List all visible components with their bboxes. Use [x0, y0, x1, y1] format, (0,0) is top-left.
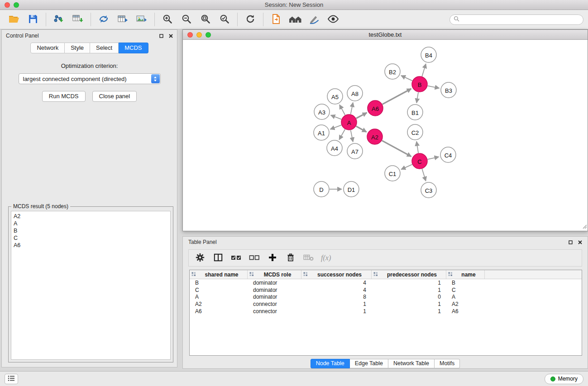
- network-minimize-button[interactable]: [196, 32, 202, 38]
- graph-node-D[interactable]: D: [314, 181, 329, 197]
- graph-edge-C-C4[interactable]: [428, 157, 439, 160]
- tab-style[interactable]: Style: [65, 43, 90, 53]
- save-session-button[interactable]: [24, 11, 43, 28]
- graph-node-A[interactable]: A: [341, 114, 357, 130]
- zoom-out-button[interactable]: [177, 11, 196, 28]
- import-table-button[interactable]: [68, 11, 87, 28]
- table-options-button[interactable]: [192, 251, 208, 265]
- tab-node-table[interactable]: Node Table: [311, 359, 350, 368]
- graph-node-A1[interactable]: A1: [314, 125, 329, 140]
- close-table-panel-icon[interactable]: [578, 240, 582, 244]
- run-mcds-button[interactable]: Run MCDS: [42, 91, 86, 102]
- graph-edge-A-A3[interactable]: [331, 115, 342, 119]
- tab-edge-table[interactable]: Edge Table: [350, 359, 388, 368]
- open-recent-button[interactable]: [267, 11, 286, 28]
- clear-table-button[interactable]: [301, 251, 316, 265]
- table-row[interactable]: A6connector11A6: [190, 308, 582, 315]
- tab-network-table[interactable]: Network Table: [388, 359, 435, 368]
- cell-predecessor-nodes[interactable]: 1: [372, 280, 446, 286]
- select-all-button[interactable]: [229, 251, 244, 265]
- cell-shared-name[interactable]: A2: [190, 301, 248, 307]
- cell-predecessor-nodes[interactable]: 1: [372, 308, 446, 315]
- refresh-button[interactable]: [241, 11, 260, 28]
- graph-node-B3[interactable]: B3: [441, 82, 456, 98]
- graph-edge-B-B4[interactable]: [422, 64, 426, 76]
- function-builder-button[interactable]: f(x): [319, 251, 333, 265]
- search-box[interactable]: [449, 14, 583, 25]
- tab-select[interactable]: Select: [90, 43, 119, 53]
- graph-edge-A-A4[interactable]: [339, 129, 345, 140]
- graph-node-A8[interactable]: A8: [347, 86, 363, 101]
- graph-node-C1[interactable]: C1: [385, 166, 400, 181]
- graph-node-D1[interactable]: D1: [344, 181, 359, 197]
- cell-successor-nodes[interactable]: 4: [301, 280, 372, 286]
- graph-edge-A-A5[interactable]: [339, 105, 345, 115]
- network-graph[interactable]: B4B2BB3A5A8A6B1A3AC2A1A2A4A7C4CC1C3DD1: [183, 40, 588, 231]
- show-columns-button[interactable]: [210, 251, 226, 265]
- cell-MCDS-role[interactable]: connector: [248, 301, 301, 307]
- graph-edge-B-B3[interactable]: [428, 86, 440, 88]
- result-item[interactable]: A2: [14, 213, 168, 220]
- column-header-shared-name[interactable]: shared name: [190, 270, 248, 279]
- graph-edge-A-A7[interactable]: [351, 130, 353, 142]
- column-header-MCDS-role[interactable]: MCDS role: [248, 270, 301, 279]
- tab-motifs[interactable]: Motifs: [435, 359, 460, 368]
- graph-edge-A-A8[interactable]: [351, 103, 353, 114]
- cell-shared-name[interactable]: C: [190, 287, 248, 293]
- unselect-all-button[interactable]: [247, 251, 262, 265]
- graph-node-B2[interactable]: B2: [385, 64, 400, 79]
- cell-MCDS-role[interactable]: dominator: [248, 280, 301, 286]
- table-row[interactable]: Cdominator41C: [190, 286, 582, 294]
- graph-edge-C-C2[interactable]: [416, 142, 418, 153]
- task-history-button[interactable]: [5, 374, 18, 384]
- cell-successor-nodes[interactable]: 4: [301, 287, 372, 293]
- close-panel-button[interactable]: Close panel: [92, 91, 137, 102]
- float-table-panel-icon[interactable]: [569, 240, 573, 244]
- table-row[interactable]: A2connector11A2: [190, 300, 582, 308]
- cell-predecessor-nodes[interactable]: 0: [372, 294, 446, 300]
- tab-network[interactable]: Network: [30, 43, 65, 53]
- new-table-button[interactable]: [113, 11, 132, 28]
- graph-edge-C-C1[interactable]: [401, 164, 412, 169]
- graph-node-A7[interactable]: A7: [347, 143, 363, 159]
- graph-node-A5[interactable]: A5: [327, 89, 343, 104]
- cell-shared-name[interactable]: A6: [190, 308, 248, 315]
- cell-name[interactable]: A: [446, 294, 485, 300]
- result-item[interactable]: A: [14, 220, 168, 227]
- float-panel-icon[interactable]: [159, 34, 163, 38]
- tab-mcds[interactable]: MCDS: [119, 43, 148, 53]
- home-overview-button[interactable]: [286, 11, 305, 28]
- graph-node-A2[interactable]: A2: [367, 129, 382, 144]
- search-input[interactable]: [462, 16, 579, 23]
- graph-node-B[interactable]: B: [412, 76, 427, 92]
- cell-MCDS-role[interactable]: connector: [248, 308, 301, 315]
- zoom-selected-button[interactable]: [215, 11, 234, 28]
- cell-name[interactable]: C: [446, 287, 485, 293]
- graph-edge-A-A1[interactable]: [330, 125, 342, 129]
- open-file-button[interactable]: [5, 11, 24, 28]
- cell-shared-name[interactable]: A: [190, 294, 248, 300]
- column-header-successor-nodes[interactable]: successor nodes: [301, 270, 372, 279]
- cell-successor-nodes[interactable]: 1: [301, 301, 372, 307]
- cell-name[interactable]: B: [446, 280, 485, 286]
- graph-edge-B-B2[interactable]: [401, 76, 412, 81]
- delete-rows-button[interactable]: [283, 251, 298, 265]
- import-network-button[interactable]: [49, 11, 68, 28]
- network-zoom-button[interactable]: [206, 32, 211, 38]
- cell-MCDS-role[interactable]: dominator: [248, 294, 301, 300]
- cell-successor-nodes[interactable]: 8: [301, 294, 372, 300]
- zoom-window-button[interactable]: [14, 2, 19, 8]
- zoom-in-button[interactable]: [158, 11, 177, 28]
- close-panel-icon[interactable]: [169, 34, 173, 38]
- criterion-dropdown[interactable]: largest connected component (directed): [19, 73, 161, 84]
- graph-node-C4[interactable]: C4: [440, 147, 456, 162]
- annotations-button[interactable]: [305, 11, 324, 28]
- graph-edge-A-A6[interactable]: [356, 113, 367, 119]
- graphics-details-button[interactable]: [324, 11, 343, 28]
- graph-node-C3[interactable]: C3: [421, 182, 436, 198]
- graph-edge-A2-C[interactable]: [382, 141, 411, 157]
- cell-predecessor-nodes[interactable]: 1: [372, 301, 446, 307]
- graph-node-C[interactable]: C: [412, 153, 427, 169]
- memory-button[interactable]: Memory: [545, 374, 583, 384]
- add-row-button[interactable]: [265, 251, 280, 265]
